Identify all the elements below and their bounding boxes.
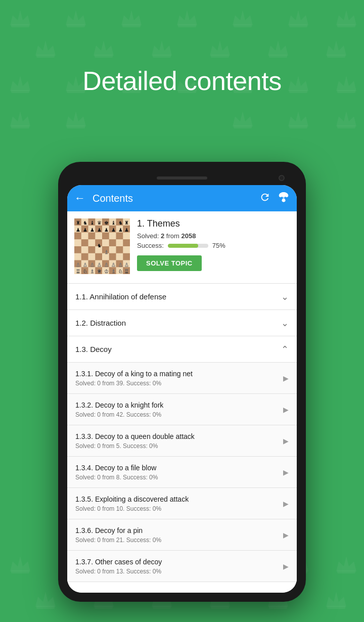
success-label: Success: xyxy=(137,242,164,249)
list-item-1-3-6-subtitle: Solved: 0 from 21. Success: 0% xyxy=(75,537,279,544)
svg-text:♟: ♟ xyxy=(111,227,116,233)
section-1-2-title: 1.2. Distraction xyxy=(75,319,281,327)
list-item-1-3-1-content: 1.3.1. Decoy of a king to a mating net S… xyxy=(75,369,279,386)
phone-frame: ← Contents xyxy=(58,162,306,602)
topic-solved: Solved: 2 from 2058 xyxy=(137,232,290,240)
list-item-1-3-6-title: 1.3.6. Decoy for a pin xyxy=(75,526,279,535)
svg-rect-25 xyxy=(123,253,130,260)
page-title: Detailed contents xyxy=(0,66,364,96)
list-item-1-3-4[interactable]: 1.3.4. Decoy to a file blow Solved: 0 fr… xyxy=(67,457,297,488)
topic-success-row: Success: 75% xyxy=(137,242,290,249)
section-1-1[interactable]: 1.1. Annihilation of defense ⌄ xyxy=(67,284,297,310)
arrow-right-icon: ▶ xyxy=(283,437,289,445)
svg-text:♙: ♙ xyxy=(118,262,123,268)
svg-text:♗: ♗ xyxy=(104,249,109,255)
back-button[interactable]: ← xyxy=(74,192,85,205)
arrow-right-icon: ▶ xyxy=(283,406,289,414)
arrow-right-icon: ▶ xyxy=(283,531,289,539)
svg-text:♖: ♖ xyxy=(124,269,129,274)
list-item-1-3-5[interactable]: 1.3.5. Exploiting a discovered attack So… xyxy=(67,488,297,519)
list-item-1-3-5-subtitle: Solved: 0 from 10. Success: 0% xyxy=(75,505,279,512)
svg-rect-22 xyxy=(81,253,88,260)
section-1-3-title: 1.3. Decoy xyxy=(75,345,281,353)
solved-total: 2058 xyxy=(181,232,196,240)
svg-text:♟: ♟ xyxy=(83,227,87,233)
svg-text:♗: ♗ xyxy=(111,269,116,274)
list-item-1-3-6[interactable]: 1.3.6. Decoy for a pin Solved: 0 from 21… xyxy=(67,519,297,551)
topic-title: 1. Themes xyxy=(137,218,290,229)
list-item-1-3-7-content: 1.3.7. Other cases of decoy Solved: 0 fr… xyxy=(75,557,279,574)
refresh-icon[interactable] xyxy=(259,192,270,205)
svg-text:♞: ♞ xyxy=(118,220,123,226)
svg-text:♜: ♜ xyxy=(124,220,129,226)
svg-text:♔: ♔ xyxy=(104,269,109,274)
svg-text:♗: ♗ xyxy=(90,269,95,274)
svg-text:♛: ♛ xyxy=(97,220,102,226)
svg-rect-23 xyxy=(95,253,102,260)
svg-text:♟: ♟ xyxy=(124,227,129,233)
phone-notch xyxy=(67,171,297,185)
svg-rect-21 xyxy=(116,246,123,253)
svg-text:♙: ♙ xyxy=(76,262,80,268)
svg-rect-14 xyxy=(81,239,88,246)
svg-rect-17 xyxy=(123,239,130,246)
svg-rect-16 xyxy=(109,239,116,246)
list-item-1-3-3-title: 1.3.3. Decoy to a queen double attack xyxy=(75,432,279,441)
svg-text:♞: ♞ xyxy=(83,220,87,226)
section-1-2[interactable]: 1.2. Distraction ⌄ xyxy=(67,310,297,336)
arrow-right-icon: ▶ xyxy=(283,500,289,508)
progress-bar-bg xyxy=(168,244,208,248)
svg-rect-13 xyxy=(116,233,123,240)
list-item-1-3-5-title: 1.3.5. Exploiting a discovered attack xyxy=(75,495,279,504)
chevron-up-icon: ⌃ xyxy=(281,344,289,355)
svg-text:♟: ♟ xyxy=(90,227,95,233)
svg-text:♞: ♞ xyxy=(97,243,102,248)
list-item-1-3-4-subtitle: Solved: 0 from 8. Success: 0% xyxy=(75,474,279,481)
list-item-1-3-2-title: 1.3.2. Decoy to a knight fork xyxy=(75,401,279,410)
butterfly-icon[interactable] xyxy=(278,191,290,206)
list-item-1-3-7[interactable]: 1.3.7. Other cases of decoy Solved: 0 fr… xyxy=(67,551,297,582)
list-item-1-3-4-content: 1.3.4. Decoy to a file blow Solved: 0 fr… xyxy=(75,463,279,480)
svg-text:♖: ♖ xyxy=(76,269,80,274)
topic-info: 1. Themes Solved: 2 from 2058 Success: 7… xyxy=(137,218,290,276)
phone-speaker xyxy=(157,176,207,180)
arrow-right-icon: ▶ xyxy=(283,468,289,476)
svg-text:♝: ♝ xyxy=(111,220,116,226)
svg-rect-0 xyxy=(1,14,19,17)
svg-text:♟: ♟ xyxy=(104,227,109,233)
list-item-1-3-7-subtitle: Solved: 0 from 13. Success: 0% xyxy=(75,568,279,575)
topic-card: ♜ ♞ ♝ ♛ ♚ ♝ ♞ ♜ ♟ ♟ ♟ ♟ ♟ ♟ xyxy=(67,211,297,284)
list-item-1-3-3[interactable]: 1.3.3. Decoy to a queen double attack So… xyxy=(67,425,297,457)
progress-bar-fill xyxy=(168,244,198,248)
list-item-1-3-1-title: 1.3.1. Decoy of a king to a mating net xyxy=(75,369,279,378)
svg-rect-18 xyxy=(74,246,81,253)
svg-rect-24 xyxy=(109,253,116,260)
solve-topic-button[interactable]: SOLVE TOPIC xyxy=(137,255,202,271)
svg-text:♕: ♕ xyxy=(97,269,102,274)
content-area: ♜ ♞ ♝ ♛ ♚ ♝ ♞ ♜ ♟ ♟ ♟ ♟ ♟ ♟ xyxy=(67,211,297,593)
svg-text:♘: ♘ xyxy=(118,269,123,274)
list-item-1-3-2[interactable]: 1.3.2. Decoy to a knight fork Solved: 0 … xyxy=(67,394,297,425)
svg-text:♟: ♟ xyxy=(118,227,123,233)
list-item-1-3-3-content: 1.3.3. Decoy to a queen double attack So… xyxy=(75,432,279,449)
svg-text:♙: ♙ xyxy=(83,262,87,268)
svg-text:♚: ♚ xyxy=(104,220,109,226)
section-1-3[interactable]: 1.3. Decoy ⌃ xyxy=(67,336,297,363)
svg-text:♟: ♟ xyxy=(97,227,102,233)
list-item-1-3-1[interactable]: 1.3.1. Decoy of a king to a mating net S… xyxy=(67,363,297,394)
arrow-right-icon: ▶ xyxy=(283,562,289,570)
list-item-1-3-5-content: 1.3.5. Exploiting a discovered attack So… xyxy=(75,495,279,512)
svg-text:♙: ♙ xyxy=(104,262,109,268)
svg-text:♝: ♝ xyxy=(90,220,95,226)
arrow-right-icon: ▶ xyxy=(283,374,289,382)
svg-text:♟: ♟ xyxy=(76,227,80,233)
chevron-down-icon: ⌄ xyxy=(281,318,289,329)
back-arrow-icon: ← xyxy=(74,192,85,205)
chess-thumbnail: ♜ ♞ ♝ ♛ ♚ ♝ ♞ ♜ ♟ ♟ ♟ ♟ ♟ ♟ xyxy=(74,218,130,276)
svg-rect-19 xyxy=(88,246,96,253)
svg-text:♘: ♘ xyxy=(83,269,87,274)
svg-text:♜: ♜ xyxy=(76,220,80,226)
chevron-down-icon: ⌄ xyxy=(281,291,289,302)
app-bar-title: Contents xyxy=(93,193,252,204)
list-item-1-3-3-subtitle: Solved: 0 from 5. Success: 0% xyxy=(75,442,279,450)
